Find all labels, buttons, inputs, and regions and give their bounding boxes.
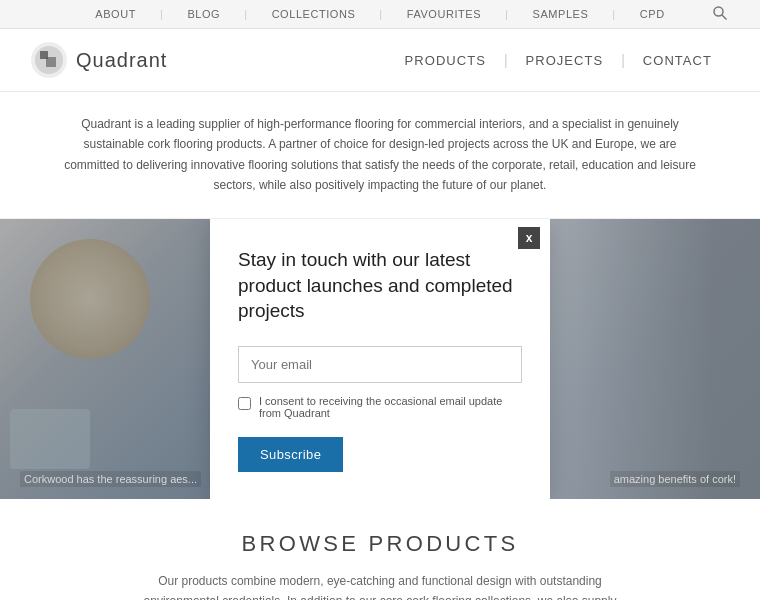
- topnav-item-blog[interactable]: BLOG: [175, 8, 232, 20]
- topnav-item-cpd[interactable]: CPD: [628, 8, 677, 20]
- sep3: |: [367, 8, 394, 20]
- email-input[interactable]: [238, 346, 522, 383]
- top-nav: ABOUT | BLOG | COLLECTIONS | FAVOURITES …: [0, 0, 760, 29]
- svg-rect-5: [40, 51, 48, 59]
- svg-point-0: [714, 7, 723, 16]
- sep1: |: [148, 8, 175, 20]
- nav-products[interactable]: PRODUCTS: [387, 53, 504, 68]
- sep5: |: [600, 8, 627, 20]
- sep2: |: [232, 8, 259, 20]
- logo-icon: [30, 41, 68, 79]
- consent-row: I consent to receiving the occasional em…: [238, 395, 522, 419]
- topnav-item-collections[interactable]: COLLECTIONS: [260, 8, 368, 20]
- topnav-item-about[interactable]: ABOUT: [83, 8, 148, 20]
- search-icon[interactable]: [700, 5, 740, 23]
- modal-dialog: x Stay in touch with our latest product …: [210, 219, 550, 499]
- browse-section: BROWSE PRODUCTS Our products combine mod…: [0, 499, 760, 600]
- main-nav: PRODUCTS | PROJECTS | CONTACT: [387, 52, 730, 68]
- sep4: |: [493, 8, 520, 20]
- consent-label: I consent to receiving the occasional em…: [259, 395, 522, 419]
- logo-area: Quadrant: [30, 41, 167, 79]
- topnav-item-favourites[interactable]: FAVOURITES: [395, 8, 493, 20]
- modal-overlay: x Stay in touch with our latest product …: [0, 219, 760, 499]
- top-nav-wrapper: ABOUT | BLOG | COLLECTIONS | FAVOURITES …: [0, 8, 760, 20]
- topnav-item-samples[interactable]: SAMPLES: [521, 8, 601, 20]
- svg-line-1: [722, 15, 727, 20]
- nav-projects[interactable]: PROJECTS: [508, 53, 622, 68]
- hero-section: Corkwood has the reassuring aes... amazi…: [0, 219, 760, 499]
- browse-description: Our products combine modern, eye-catchin…: [130, 571, 630, 600]
- tagline: Quadrant is a leading supplier of high-p…: [0, 92, 760, 219]
- consent-checkbox[interactable]: [238, 397, 251, 410]
- nav-contact[interactable]: CONTACT: [625, 53, 730, 68]
- main-header: Quadrant PRODUCTS | PROJECTS | CONTACT: [0, 29, 760, 92]
- subscribe-button[interactable]: Subscribe: [238, 437, 343, 472]
- modal-title: Stay in touch with our latest product la…: [238, 247, 522, 324]
- logo-text: Quadrant: [76, 49, 167, 72]
- modal-close-button[interactable]: x: [518, 227, 540, 249]
- tagline-text: Quadrant is a leading supplier of high-p…: [60, 114, 700, 196]
- browse-title: BROWSE PRODUCTS: [60, 531, 700, 557]
